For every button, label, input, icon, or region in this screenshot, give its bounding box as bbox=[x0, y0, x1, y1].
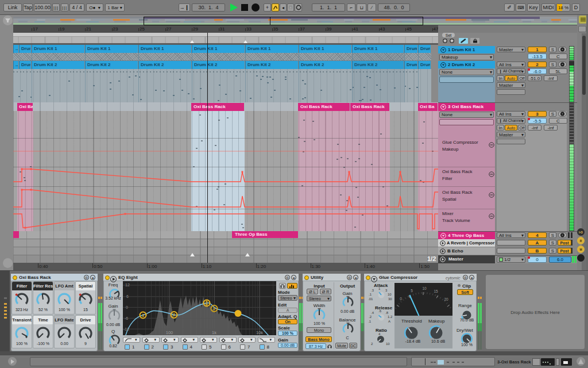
svg-text:0: 0 bbox=[126, 305, 128, 309]
svg-text:2: 2 bbox=[173, 313, 175, 317]
svg-text:12: 12 bbox=[125, 283, 130, 287]
svg-text:3: 3 bbox=[213, 306, 215, 310]
svg-text:100: 100 bbox=[166, 330, 173, 335]
svg-text:20: 20 bbox=[444, 297, 448, 301]
svg-text:1k: 1k bbox=[212, 330, 216, 335]
svg-text:-12: -12 bbox=[123, 327, 129, 331]
svg-text:15: 15 bbox=[434, 289, 438, 293]
svg-text:1: 1 bbox=[142, 313, 144, 317]
svg-text:0: 0 bbox=[400, 297, 402, 301]
svg-text:5: 5 bbox=[411, 289, 413, 293]
svg-text:-6: -6 bbox=[125, 316, 128, 320]
svg-text:6: 6 bbox=[126, 294, 129, 298]
svg-text:10k: 10k bbox=[256, 330, 263, 335]
svg-text:10: 10 bbox=[422, 286, 427, 290]
